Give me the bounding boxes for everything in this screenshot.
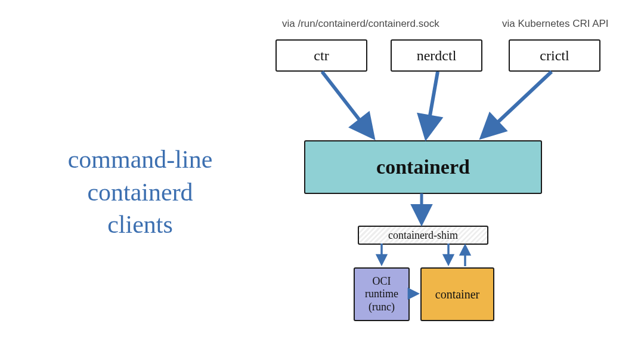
label-crictl: crictl [540,48,569,64]
label-ctr: ctr [314,48,329,64]
label-nerdctl: nerdctl [417,48,457,64]
box-crictl: crictl [509,39,600,72]
label-shim: containerd-shim [388,229,458,242]
arrow-ctr-to-containerd [322,72,372,136]
title-line-1: command-line [68,146,213,173]
box-container: container [420,267,494,321]
title-line-3: clients [107,211,173,238]
arrow-nerdctl-to-containerd [426,72,438,136]
title-line-2: containerd [87,178,193,206]
label-oci: OCI runtime (runc) [365,275,398,314]
caption-cri: via Kubernetes CRI API [502,18,609,30]
diagram-title: command-line containerd clients [39,143,242,241]
box-containerd: containerd [304,140,542,194]
box-ctr: ctr [275,39,367,72]
caption-sock: via /run/containerd/containerd.sock [282,18,439,30]
arrow-crictl-to-containerd [483,72,552,136]
box-nerdctl: nerdctl [391,39,482,72]
label-containerd: containerd [376,156,470,178]
box-oci-runtime: OCI runtime (runc) [354,267,410,321]
label-container: container [435,288,479,301]
box-containerd-shim: containerd-shim [358,226,488,245]
